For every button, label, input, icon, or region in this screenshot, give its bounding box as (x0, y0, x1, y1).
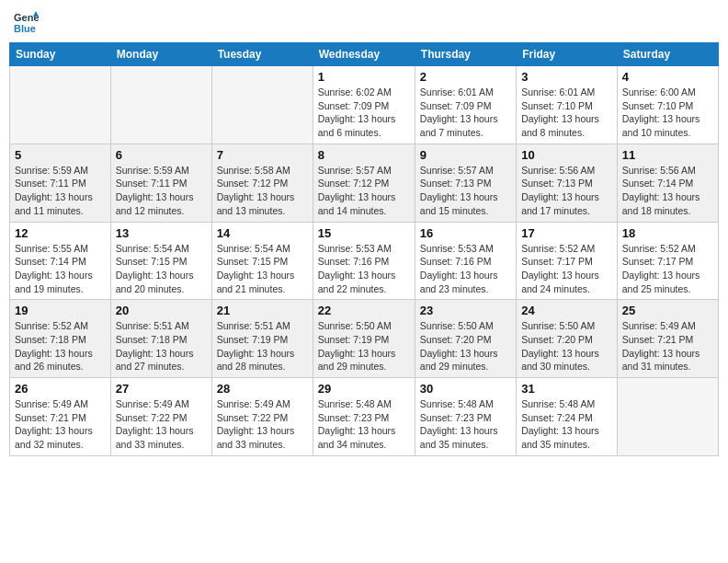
day-number: 11 (622, 148, 713, 162)
weekday-header: Friday (517, 43, 618, 66)
day-number: 13 (116, 226, 207, 240)
day-info: Sunrise: 6:01 AMSunset: 7:09 PMDaylight:… (420, 86, 511, 140)
calendar-cell: 1Sunrise: 6:02 AMSunset: 7:09 PMDaylight… (313, 66, 415, 144)
calendar-header-row: SundayMondayTuesdayWednesdayThursdayFrid… (10, 43, 719, 66)
day-number: 14 (217, 226, 308, 240)
calendar-week-row: 1Sunrise: 6:02 AMSunset: 7:09 PMDaylight… (10, 66, 719, 144)
day-number: 28 (217, 382, 308, 396)
day-info: Sunrise: 5:48 AMSunset: 7:23 PMDaylight:… (318, 397, 410, 452)
day-info: Sunrise: 5:52 AMSunset: 7:18 PMDaylight:… (15, 319, 106, 373)
calendar-cell: 30Sunrise: 5:48 AMSunset: 7:23 PMDayligh… (415, 378, 516, 456)
calendar-cell: 17Sunrise: 5:52 AMSunset: 7:17 PMDayligh… (517, 222, 618, 300)
day-info: Sunrise: 5:51 AMSunset: 7:19 PMDaylight:… (217, 319, 308, 373)
calendar-cell (211, 66, 313, 144)
day-info: Sunrise: 6:00 AMSunset: 7:10 PMDaylight:… (622, 86, 713, 140)
calendar-cell: 16Sunrise: 5:53 AMSunset: 7:16 PMDayligh… (415, 222, 516, 300)
calendar-cell (110, 66, 211, 144)
calendar-week-row: 19Sunrise: 5:52 AMSunset: 7:18 PMDayligh… (10, 300, 719, 378)
day-info: Sunrise: 5:49 AMSunset: 7:22 PMDaylight:… (217, 397, 308, 452)
calendar-cell: 25Sunrise: 5:49 AMSunset: 7:21 PMDayligh… (617, 300, 718, 378)
calendar-week-row: 12Sunrise: 5:55 AMSunset: 7:14 PMDayligh… (10, 222, 719, 300)
weekday-header: Tuesday (211, 43, 313, 66)
logo: General Blue (13, 9, 40, 35)
day-number: 8 (318, 148, 410, 162)
day-info: Sunrise: 5:58 AMSunset: 7:12 PMDaylight:… (217, 164, 308, 218)
day-info: Sunrise: 5:49 AMSunset: 7:21 PMDaylight:… (622, 319, 713, 373)
day-number: 23 (420, 304, 511, 317)
calendar-cell (617, 378, 718, 456)
calendar-cell (10, 66, 111, 144)
calendar-cell: 13Sunrise: 5:54 AMSunset: 7:15 PMDayligh… (110, 222, 211, 300)
day-number: 31 (521, 382, 612, 396)
day-info: Sunrise: 5:50 AMSunset: 7:20 PMDaylight:… (521, 319, 612, 373)
svg-text:Blue: Blue (14, 23, 36, 34)
calendar-cell: 10Sunrise: 5:56 AMSunset: 7:13 PMDayligh… (517, 144, 618, 222)
day-number: 17 (521, 226, 612, 240)
day-number: 5 (15, 148, 106, 162)
day-number: 20 (116, 304, 207, 317)
calendar-cell: 19Sunrise: 5:52 AMSunset: 7:18 PMDayligh… (10, 300, 111, 378)
weekday-header: Saturday (617, 43, 718, 66)
day-info: Sunrise: 5:51 AMSunset: 7:18 PMDaylight:… (116, 319, 207, 373)
day-number: 3 (521, 70, 612, 84)
calendar-cell: 22Sunrise: 5:50 AMSunset: 7:19 PMDayligh… (313, 300, 415, 378)
calendar-cell: 31Sunrise: 5:48 AMSunset: 7:24 PMDayligh… (517, 378, 618, 456)
day-number: 15 (318, 226, 410, 240)
day-info: Sunrise: 5:52 AMSunset: 7:17 PMDaylight:… (622, 242, 713, 296)
day-number: 12 (15, 226, 106, 240)
day-info: Sunrise: 5:50 AMSunset: 7:19 PMDaylight:… (318, 319, 410, 373)
calendar-week-row: 5Sunrise: 5:59 AMSunset: 7:11 PMDaylight… (10, 144, 719, 222)
calendar-cell: 5Sunrise: 5:59 AMSunset: 7:11 PMDaylight… (10, 144, 111, 222)
calendar-cell: 2Sunrise: 6:01 AMSunset: 7:09 PMDaylight… (415, 66, 516, 144)
day-number: 21 (217, 304, 308, 317)
day-info: Sunrise: 5:54 AMSunset: 7:15 PMDaylight:… (116, 242, 207, 296)
day-number: 19 (15, 304, 106, 317)
calendar-cell: 28Sunrise: 5:49 AMSunset: 7:22 PMDayligh… (211, 378, 313, 456)
day-number: 22 (318, 304, 410, 317)
day-number: 30 (420, 382, 511, 396)
day-number: 4 (622, 70, 713, 84)
calendar-cell: 7Sunrise: 5:58 AMSunset: 7:12 PMDaylight… (211, 144, 313, 222)
calendar-cell: 18Sunrise: 5:52 AMSunset: 7:17 PMDayligh… (617, 222, 718, 300)
day-info: Sunrise: 5:54 AMSunset: 7:15 PMDaylight:… (217, 242, 308, 296)
day-number: 29 (318, 382, 410, 396)
day-info: Sunrise: 6:01 AMSunset: 7:10 PMDaylight:… (521, 86, 612, 140)
calendar-cell: 20Sunrise: 5:51 AMSunset: 7:18 PMDayligh… (110, 300, 211, 378)
calendar-cell: 29Sunrise: 5:48 AMSunset: 7:23 PMDayligh… (313, 378, 415, 456)
calendar-table: SundayMondayTuesdayWednesdayThursdayFrid… (9, 42, 719, 456)
calendar-cell: 26Sunrise: 5:49 AMSunset: 7:21 PMDayligh… (10, 378, 111, 456)
calendar-cell: 8Sunrise: 5:57 AMSunset: 7:12 PMDaylight… (313, 144, 415, 222)
calendar-cell: 12Sunrise: 5:55 AMSunset: 7:14 PMDayligh… (10, 222, 111, 300)
day-number: 2 (420, 70, 511, 84)
day-info: Sunrise: 5:57 AMSunset: 7:12 PMDaylight:… (318, 164, 410, 218)
day-number: 27 (116, 382, 207, 396)
page-header: General Blue (9, 9, 719, 35)
calendar-cell: 9Sunrise: 5:57 AMSunset: 7:13 PMDaylight… (415, 144, 516, 222)
day-info: Sunrise: 5:49 AMSunset: 7:21 PMDaylight:… (15, 397, 106, 452)
day-info: Sunrise: 5:53 AMSunset: 7:16 PMDaylight:… (318, 242, 410, 296)
day-info: Sunrise: 5:48 AMSunset: 7:24 PMDaylight:… (521, 397, 612, 452)
day-number: 18 (622, 226, 713, 240)
day-info: Sunrise: 5:56 AMSunset: 7:14 PMDaylight:… (622, 164, 713, 218)
day-info: Sunrise: 5:56 AMSunset: 7:13 PMDaylight:… (521, 164, 612, 218)
day-info: Sunrise: 5:49 AMSunset: 7:22 PMDaylight:… (116, 397, 207, 452)
day-info: Sunrise: 5:50 AMSunset: 7:20 PMDaylight:… (420, 319, 511, 373)
day-info: Sunrise: 6:02 AMSunset: 7:09 PMDaylight:… (318, 86, 410, 140)
calendar-cell: 4Sunrise: 6:00 AMSunset: 7:10 PMDaylight… (617, 66, 718, 144)
weekday-header: Wednesday (313, 43, 415, 66)
calendar-cell: 14Sunrise: 5:54 AMSunset: 7:15 PMDayligh… (211, 222, 313, 300)
calendar-cell: 3Sunrise: 6:01 AMSunset: 7:10 PMDaylight… (517, 66, 618, 144)
calendar-cell: 27Sunrise: 5:49 AMSunset: 7:22 PMDayligh… (110, 378, 211, 456)
weekday-header: Monday (110, 43, 211, 66)
day-number: 6 (116, 148, 207, 162)
day-info: Sunrise: 5:48 AMSunset: 7:23 PMDaylight:… (420, 397, 511, 452)
day-info: Sunrise: 5:57 AMSunset: 7:13 PMDaylight:… (420, 164, 511, 218)
calendar-cell: 6Sunrise: 5:59 AMSunset: 7:11 PMDaylight… (110, 144, 211, 222)
day-number: 16 (420, 226, 511, 240)
day-number: 25 (622, 304, 713, 317)
day-number: 1 (318, 70, 410, 84)
day-info: Sunrise: 5:59 AMSunset: 7:11 PMDaylight:… (15, 164, 106, 218)
calendar-week-row: 26Sunrise: 5:49 AMSunset: 7:21 PMDayligh… (10, 378, 719, 456)
calendar-cell: 23Sunrise: 5:50 AMSunset: 7:20 PMDayligh… (415, 300, 516, 378)
calendar-cell: 15Sunrise: 5:53 AMSunset: 7:16 PMDayligh… (313, 222, 415, 300)
